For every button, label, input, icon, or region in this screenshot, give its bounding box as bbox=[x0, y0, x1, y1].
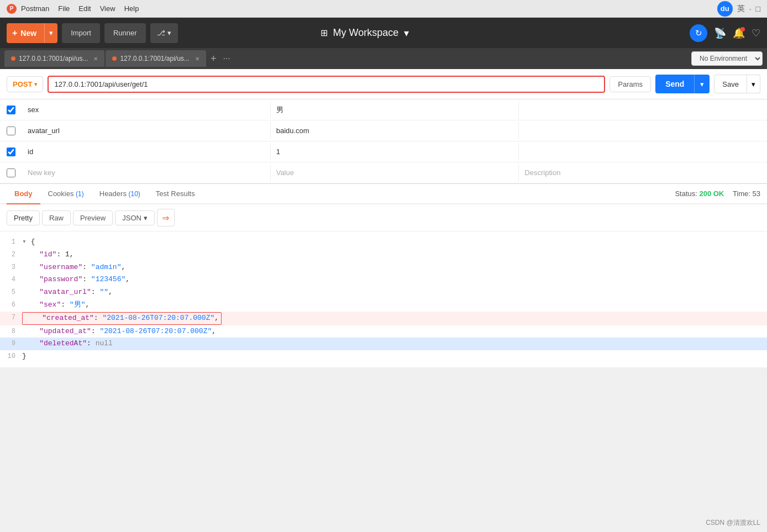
notification-badge bbox=[740, 27, 745, 31]
time-label: Time: bbox=[733, 189, 753, 198]
json-line-9: 9 "deletedAt": null bbox=[0, 338, 767, 350]
new-button[interactable]: + New ▾ bbox=[7, 23, 57, 43]
more-tabs-button[interactable]: ··· bbox=[220, 54, 232, 64]
format-chevron: ▾ bbox=[144, 214, 148, 222]
param-checkbox-new[interactable] bbox=[7, 168, 15, 177]
tab-dot-2 bbox=[112, 56, 117, 61]
param-check-new bbox=[0, 168, 22, 177]
preview-button[interactable]: Preview bbox=[73, 210, 113, 225]
save-button[interactable]: Save bbox=[714, 75, 747, 93]
status-label: Status: bbox=[675, 189, 699, 198]
user-avatar[interactable]: du bbox=[717, 1, 733, 17]
tab-headers[interactable]: Headers (10) bbox=[92, 184, 148, 204]
json-line-5: 5 "avatar_url": "", bbox=[0, 286, 767, 299]
workspace-chevron: ▾ bbox=[404, 27, 409, 39]
params-button[interactable]: Params bbox=[610, 76, 651, 92]
json-line-10: 10 } bbox=[0, 350, 767, 363]
workspace-selector[interactable]: ⊞ My Workspace ▾ bbox=[321, 27, 409, 39]
json-fold-1[interactable]: ▾ bbox=[22, 238, 31, 246]
tab-1[interactable]: 127.0.0.1:7001/api/us... ✕ bbox=[4, 50, 104, 67]
app-title: Postman bbox=[21, 4, 49, 13]
param-row-sex: sex 男 bbox=[0, 99, 767, 120]
param-value-id[interactable]: 1 bbox=[271, 143, 519, 160]
param-desc-id[interactable] bbox=[519, 148, 767, 156]
param-value-avatar[interactable]: baidu.com bbox=[271, 122, 519, 139]
notification-icon[interactable]: 🔔 bbox=[733, 27, 745, 39]
param-key-id[interactable]: id bbox=[22, 143, 271, 160]
menu-file[interactable]: File bbox=[58, 4, 70, 13]
param-desc-avatar[interactable] bbox=[519, 127, 767, 135]
tab-dot-1 bbox=[11, 56, 15, 61]
heart-icon[interactable]: ♡ bbox=[752, 27, 760, 39]
param-checkbox-id[interactable] bbox=[7, 148, 15, 156]
param-value-sex[interactable]: 男 bbox=[271, 101, 519, 119]
status-info: Status: 200 OK Time: 53 bbox=[675, 189, 760, 198]
tabs-bar: 127.0.0.1:7001/api/us... ✕ 127.0.0.1:700… bbox=[0, 48, 767, 69]
add-tab-button[interactable]: + bbox=[207, 53, 220, 65]
format-selector[interactable]: JSON ▾ bbox=[115, 210, 155, 225]
satellite-icon[interactable]: 📡 bbox=[714, 27, 726, 39]
workspace-name: My Workspace bbox=[333, 27, 399, 39]
fork-icon: ⎇ bbox=[157, 29, 165, 37]
lang-icon[interactable]: 英 bbox=[737, 4, 745, 14]
sync-button[interactable]: ↻ bbox=[690, 24, 707, 42]
param-desc-new[interactable]: Description bbox=[519, 164, 767, 181]
send-button[interactable]: Send bbox=[655, 75, 694, 93]
toolbar-right: ↻ 📡 🔔 ♡ bbox=[690, 24, 760, 42]
menu-edit[interactable]: Edit bbox=[78, 4, 91, 13]
fork-button[interactable]: ⎇ ▾ bbox=[150, 23, 178, 43]
dot-icon[interactable]: · bbox=[749, 4, 752, 13]
tab-test-results[interactable]: Test Results bbox=[148, 184, 203, 204]
param-checkbox-avatar[interactable] bbox=[7, 127, 15, 135]
main-toolbar: + New ▾ Import Runner ⎇ ▾ ⊞ My Workspace… bbox=[0, 18, 767, 48]
method-chevron: ▾ bbox=[34, 81, 37, 87]
postman-logo: P bbox=[7, 4, 17, 14]
url-input[interactable] bbox=[54, 80, 598, 88]
method-selector[interactable]: POST ▾ bbox=[7, 76, 43, 92]
param-row-avatar: avatar_url baidu.com bbox=[0, 120, 767, 141]
environment-selector[interactable]: No Environment bbox=[691, 51, 763, 66]
tab-2[interactable]: 127.0.0.1:7001/api/us... ✕ bbox=[106, 50, 206, 67]
headers-badge: (10) bbox=[129, 190, 140, 198]
params-table: sex 男 avatar_url baidu.com id 1 New key … bbox=[0, 99, 767, 184]
tab-close-2[interactable]: ✕ bbox=[195, 56, 199, 62]
pretty-button[interactable]: Pretty bbox=[7, 210, 40, 225]
titlebar: P Postman File Edit View Help du 英 · □ bbox=[0, 0, 767, 18]
status-value: 200 OK bbox=[699, 189, 724, 198]
save-dropdown[interactable]: ▾ bbox=[747, 75, 760, 93]
format-label: JSON bbox=[122, 214, 141, 222]
param-key-new[interactable]: New key bbox=[22, 164, 271, 181]
param-row-id: id 1 bbox=[0, 141, 767, 162]
wrap-button[interactable]: ⇒ bbox=[157, 209, 175, 227]
new-button-main[interactable]: + New bbox=[7, 23, 45, 43]
window-icon[interactable]: □ bbox=[756, 4, 760, 13]
param-key-sex[interactable]: sex bbox=[22, 101, 271, 118]
new-dropdown-arrow[interactable]: ▾ bbox=[45, 23, 57, 43]
param-value-new[interactable]: Value bbox=[271, 164, 519, 181]
tab-body[interactable]: Body bbox=[7, 184, 40, 204]
import-button[interactable]: Import bbox=[62, 23, 100, 43]
json-line-6: 6 "sex": "男", bbox=[0, 299, 767, 312]
tab-cookies-label: Cookies bbox=[48, 189, 76, 198]
tab-cookies[interactable]: Cookies (1) bbox=[40, 184, 92, 204]
tab-label-1: 127.0.0.1:7001/api/us... bbox=[19, 55, 88, 62]
json-line-1: 1 ▾ { bbox=[0, 236, 767, 249]
tab-close-1[interactable]: ✕ bbox=[93, 56, 98, 62]
param-check-sex bbox=[0, 106, 22, 114]
json-line-2: 2 "id": 1, bbox=[0, 249, 767, 261]
param-checkbox-sex[interactable] bbox=[7, 106, 15, 114]
runner-button[interactable]: Runner bbox=[104, 23, 146, 43]
tab-headers-label: Headers bbox=[99, 189, 129, 198]
json-line-4: 4 "password": "123456", bbox=[0, 273, 767, 286]
raw-button[interactable]: Raw bbox=[42, 210, 71, 225]
param-key-avatar[interactable]: avatar_url bbox=[22, 122, 271, 139]
wrap-icon: ⇒ bbox=[162, 213, 169, 223]
json-line-7: 7 "created_at": "2021-08-26T07:20:07.000… bbox=[0, 312, 767, 325]
menu-view[interactable]: View bbox=[100, 4, 115, 13]
new-label: New bbox=[20, 29, 36, 38]
param-row-new: New key Value Description bbox=[0, 162, 767, 183]
send-dropdown[interactable]: ▾ bbox=[694, 75, 710, 93]
menu-help[interactable]: Help bbox=[124, 4, 139, 13]
param-desc-sex[interactable] bbox=[519, 106, 767, 114]
param-check-id bbox=[0, 148, 22, 156]
